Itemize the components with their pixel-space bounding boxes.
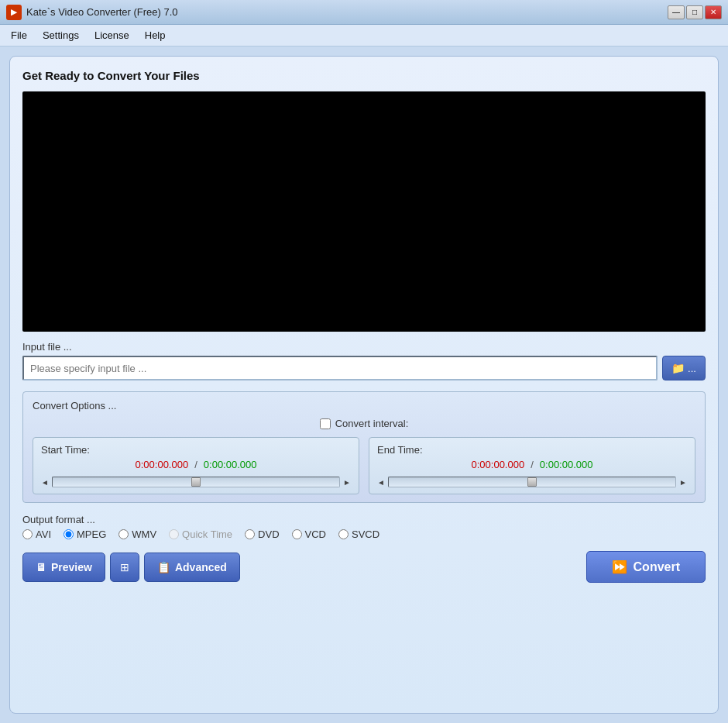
end-slider-row: ◄ ► xyxy=(377,477,687,487)
minimize-button[interactable]: — xyxy=(668,5,685,19)
extra-icon-button[interactable]: ⊞ xyxy=(110,553,139,582)
radio-avi[interactable] xyxy=(22,529,33,539)
dvd-label: DVD xyxy=(258,528,279,540)
interval-label: Convert interval: xyxy=(335,418,409,429)
format-vcd[interactable]: VCD xyxy=(292,528,326,540)
radio-vcd[interactable] xyxy=(292,529,302,539)
start-time-green: 0:00:00.000 xyxy=(204,459,257,470)
menu-help[interactable]: Help xyxy=(137,26,173,44)
convert-label: Convert xyxy=(634,560,680,574)
folder-icon: 📁 xyxy=(671,362,685,374)
browse-dots: ... xyxy=(688,363,696,374)
end-slider-left-arrow[interactable]: ◄ xyxy=(377,478,385,487)
radio-mpeg[interactable] xyxy=(64,529,74,539)
format-options: AVI MPEG WMV Quick Time DVD xyxy=(22,528,706,540)
interval-row: Convert interval: xyxy=(33,418,695,429)
start-time-label: Start Time: xyxy=(41,444,351,456)
end-time-values: 0:00:00.000 / 0:00:00.000 xyxy=(377,459,687,470)
start-time-sep: / xyxy=(194,459,197,470)
end-time-green: 0:00:00.000 xyxy=(540,459,593,470)
radio-quicktime xyxy=(169,529,179,539)
format-wmv[interactable]: WMV xyxy=(118,528,156,540)
main-panel: Get Ready to Convert Your Files Input fi… xyxy=(9,56,719,714)
end-time-section: End Time: 0:00:00.000 / 0:00:00.000 ◄ ► xyxy=(369,437,695,494)
radio-dvd[interactable] xyxy=(245,529,255,539)
output-format-box: Output format ... AVI MPEG WMV Quick Tim… xyxy=(22,514,706,540)
radio-wmv[interactable] xyxy=(118,529,129,539)
panel-title: Get Ready to Convert Your Files xyxy=(22,69,706,82)
app-icon: ▶ xyxy=(6,5,22,20)
svcd-label: SVCD xyxy=(352,528,379,540)
vcd-label: VCD xyxy=(305,528,326,540)
preview-button[interactable]: 🖥 Preview xyxy=(22,553,105,582)
browse-button[interactable]: 📁 ... xyxy=(662,356,706,380)
start-slider-left-arrow[interactable]: ◄ xyxy=(41,478,49,487)
start-slider-track[interactable] xyxy=(52,477,340,487)
time-sections: Start Time: 0:00:00.000 / 0:00:00.000 ◄ … xyxy=(33,437,695,494)
end-time-sep: / xyxy=(531,459,534,470)
window-title: Kate`s Video Converter (Free) 7.0 xyxy=(26,6,668,18)
bottom-buttons: 🖥 Preview ⊞ 📋 Advanced ⏩ Convert xyxy=(22,551,706,583)
close-button[interactable]: ✕ xyxy=(705,5,722,19)
grid-icon: ⊞ xyxy=(120,561,129,573)
menu-bar: File Settings License Help xyxy=(0,25,728,46)
advanced-button[interactable]: 📋 Advanced xyxy=(144,553,240,582)
video-preview xyxy=(22,91,706,332)
start-slider-thumb[interactable] xyxy=(191,477,201,487)
interval-checkbox[interactable] xyxy=(320,418,331,429)
menu-file[interactable]: File xyxy=(3,26,35,44)
fast-forward-icon: ⏩ xyxy=(612,559,627,574)
menu-license[interactable]: License xyxy=(87,26,137,44)
wmv-label: WMV xyxy=(132,528,156,540)
table-icon: 📋 xyxy=(157,561,170,573)
menu-settings[interactable]: Settings xyxy=(35,26,87,44)
end-slider-thumb[interactable] xyxy=(527,477,537,487)
start-slider-row: ◄ ► xyxy=(41,477,351,487)
output-format-label: Output format ... xyxy=(22,514,706,525)
start-time-section: Start Time: 0:00:00.000 / 0:00:00.000 ◄ … xyxy=(33,437,359,494)
input-row: 📁 ... xyxy=(22,356,706,380)
avi-label: AVI xyxy=(36,528,51,540)
format-svcd[interactable]: SVCD xyxy=(338,528,379,540)
start-time-red: 0:00:00.000 xyxy=(136,459,189,470)
quicktime-label: Quick Time xyxy=(182,528,232,540)
end-slider-track[interactable] xyxy=(388,477,676,487)
format-quicktime[interactable]: Quick Time xyxy=(169,528,232,540)
maximize-button[interactable]: □ xyxy=(686,5,703,19)
format-mpeg[interactable]: MPEG xyxy=(64,528,106,540)
radio-svcd[interactable] xyxy=(338,529,349,539)
start-time-values: 0:00:00.000 / 0:00:00.000 xyxy=(41,459,351,470)
title-bar-controls: — □ ✕ xyxy=(668,5,722,19)
convert-button[interactable]: ⏩ Convert xyxy=(586,551,706,583)
start-slider-right-arrow[interactable]: ► xyxy=(343,478,351,487)
end-time-label: End Time: xyxy=(377,444,687,456)
convert-options-box: Convert Options ... Convert interval: St… xyxy=(22,391,706,503)
format-dvd[interactable]: DVD xyxy=(245,528,279,540)
format-avi[interactable]: AVI xyxy=(22,528,51,540)
advanced-label: Advanced xyxy=(175,561,227,573)
preview-label: Preview xyxy=(51,561,92,573)
end-time-red: 0:00:00.000 xyxy=(472,459,525,470)
title-bar: ▶ Kate`s Video Converter (Free) 7.0 — □ … xyxy=(0,0,728,25)
end-slider-right-arrow[interactable]: ► xyxy=(679,478,687,487)
convert-options-label: Convert Options ... xyxy=(33,400,695,411)
input-label: Input file ... xyxy=(22,341,706,353)
monitor-icon: 🖥 xyxy=(36,561,46,573)
mpeg-label: MPEG xyxy=(77,528,106,540)
input-file-field[interactable] xyxy=(22,356,658,380)
main-content: Get Ready to Convert Your Files Input fi… xyxy=(0,46,728,723)
